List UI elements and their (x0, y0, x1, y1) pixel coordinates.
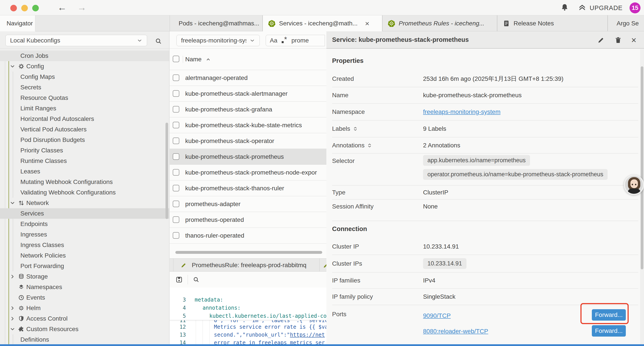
sidebar-item-services[interactable]: Services (0, 208, 169, 219)
port-link-8080-reloader[interactable]: 8080:reloader-web/TCP (423, 328, 488, 335)
sidebar-item-runtime-classes[interactable]: Runtime Classes (0, 156, 169, 166)
service-row[interactable]: thanos-ruler-operated (170, 228, 326, 244)
forward-button[interactable]: → (77, 2, 86, 13)
sidebar-scrollbar[interactable] (166, 123, 168, 219)
sidebar-item-custom-resources[interactable]: Custom Resources (0, 324, 169, 335)
sidebar-item-ingresses[interactable]: Ingresses (0, 229, 169, 240)
sidebar-item-vertical-pod-autoscalers[interactable]: Vertical Pod Autoscalers (0, 124, 169, 135)
search-icon[interactable] (193, 276, 200, 283)
port-link-9090[interactable]: 9090/TCP (423, 312, 451, 319)
tab-services[interactable]: Services - icecheng@math... × (262, 15, 382, 31)
edit-pencil-icon[interactable] (597, 36, 605, 44)
row-checkbox[interactable] (173, 216, 179, 223)
service-row[interactable]: kube-prometheus-stack-grafana (170, 102, 326, 117)
tab-prometheus-rules[interactable]: Prometheus Rules - icecheng... (382, 15, 497, 31)
navigator-panel-tab[interactable]: Navigator (0, 15, 35, 31)
upgrade-button[interactable]: UPGRADE (578, 3, 622, 12)
sidebar-item-validating-webhook-configurations[interactable]: Validating Webhook Configurations (0, 187, 169, 198)
row-checkbox[interactable] (173, 232, 179, 239)
detail-title: Service: kube-prometheus-stack-prometheu… (332, 36, 469, 43)
tab-pods[interactable]: Pods - icecheng@mathmas... (170, 15, 262, 31)
match-case-toggle[interactable]: Aa (270, 37, 277, 44)
sidebar-item-limit-ranges[interactable]: Limit Ranges (0, 103, 169, 114)
sidebar-item-pod-disruption-budgets[interactable]: Pod Disruption Budgets (0, 135, 169, 145)
expand-collapse-icon[interactable] (353, 126, 358, 132)
chevron-down-icon (137, 38, 142, 43)
regex-icon (282, 41, 284, 43)
service-row[interactable]: kube-prometheus-stack-prometheus (170, 149, 326, 165)
row-checkbox[interactable] (173, 106, 179, 113)
sidebar-item-leases[interactable]: Leases (0, 166, 169, 177)
row-checkbox[interactable] (173, 153, 179, 160)
service-row[interactable]: alertmanager-operated (170, 70, 326, 86)
sidebar-item-network[interactable]: Network (0, 198, 169, 208)
service-row[interactable]: kube-prometheus-stack-kube-state-metrics (170, 117, 326, 133)
notification-count-badge[interactable]: 15 (630, 2, 640, 13)
horizontal-scrollbar[interactable] (175, 251, 322, 254)
editor-tab-prometheusrule[interactable]: PrometheusRule: freeleaps-prod-rabbitmq (173, 259, 320, 272)
select-all-checkbox[interactable] (173, 56, 179, 62)
row-checkbox[interactable] (173, 201, 179, 207)
sidebar-item-network-policies[interactable]: Network Policies (0, 250, 169, 261)
sidebar-item-namespaces[interactable]: Namespaces (0, 282, 169, 292)
service-name: kube-prometheus-stack-kube-state-metrics (185, 122, 302, 129)
expand-collapse-icon[interactable] (367, 143, 372, 148)
row-checkbox[interactable] (173, 122, 179, 128)
sidebar-item-access-control[interactable]: Access Control (0, 313, 169, 324)
search-input[interactable]: Aa * prome (266, 35, 325, 46)
service-name: prometheus-operated (185, 216, 244, 223)
sidebar-item-priority-classes[interactable]: Priority Classes (0, 145, 169, 156)
sidebar-item-resource-quotas[interactable]: Resource Quotas (0, 93, 169, 103)
service-row[interactable]: prometheus-operated (170, 212, 326, 228)
service-row[interactable]: prometheus-adapter (170, 196, 326, 212)
row-checkbox[interactable] (173, 137, 179, 144)
runbook-url-link[interactable]: https://net (290, 332, 325, 338)
forward-port-button-8080[interactable]: Forward... (592, 325, 626, 337)
namespace-link[interactable]: freeleaps-monitoring-system (423, 108, 500, 115)
tab-release-notes[interactable]: Release Notes (497, 15, 608, 31)
row-checkbox[interactable] (173, 169, 179, 176)
tab-argo[interactable]: Argo Se (608, 15, 644, 31)
save-icon[interactable] (175, 276, 183, 283)
editor-tab-partial[interactable] (323, 262, 326, 269)
name-column-header[interactable]: Name (185, 56, 202, 63)
regex-toggle[interactable]: * (282, 36, 287, 45)
close-tab-icon[interactable]: × (365, 20, 369, 27)
service-row[interactable]: kube-prometheus-stack-thanos-ruler (170, 180, 326, 196)
service-row[interactable]: kube-prometheus-stack-prometheus-node-ex… (170, 165, 326, 180)
sidebar-item-definitions[interactable]: Definitions (0, 335, 169, 344)
sidebar-item-helm[interactable]: Helm (0, 303, 169, 313)
yaml-editor[interactable]: 3metadata: 4annotations: 5kubectl.kubern… (170, 288, 326, 344)
sort-ascending-icon[interactable] (206, 57, 211, 62)
row-checkbox[interactable] (173, 74, 179, 81)
notifications-bell-icon[interactable] (560, 3, 569, 12)
user-avatar[interactable] (624, 175, 644, 195)
sidebar-toolbar: Local Kubeconfigs (0, 31, 169, 49)
delete-trash-icon[interactable] (614, 36, 622, 44)
row-checkbox[interactable] (173, 90, 179, 97)
sidebar-item-config-maps[interactable]: Config Maps (0, 72, 169, 82)
sidebar-item-horizontal-pod-autoscalers[interactable]: Horizontal Pod Autoscalers (0, 114, 169, 124)
service-row[interactable]: kube-prometheus-stack-operator (170, 133, 326, 149)
list-header: Name (170, 49, 326, 70)
sidebar-item-secrets[interactable]: Secrets (0, 82, 169, 93)
sidebar-search-icon[interactable] (155, 37, 162, 45)
sidebar-item-ingress-classes[interactable]: Ingress Classes (0, 240, 169, 250)
namespace-select[interactable]: freeleaps-monitoring-system (176, 35, 260, 46)
maximize-window-button[interactable] (32, 5, 39, 11)
close-panel-icon[interactable]: × (631, 36, 636, 44)
row-checkbox[interactable] (173, 185, 179, 191)
service-row[interactable]: kube-prometheus-stack-alertmanager (170, 86, 326, 102)
detail-scrollbar[interactable] (641, 66, 643, 269)
minimize-window-button[interactable] (21, 5, 28, 11)
back-button[interactable]: ← (58, 2, 67, 13)
close-window-button[interactable] (10, 5, 17, 11)
sidebar-item-config[interactable]: Config (0, 61, 169, 72)
sidebar-item-endpoints[interactable]: Endpoints (0, 219, 169, 229)
sidebar-item-port-forwarding[interactable]: Port Forwarding (0, 261, 169, 271)
sidebar-item-cron-jobs[interactable]: Cron Jobs (0, 50, 169, 61)
sidebar-item-mutating-webhook-configurations[interactable]: Mutating Webhook Configurations (0, 177, 169, 187)
sidebar-item-storage[interactable]: Storage (0, 271, 169, 282)
sidebar-item-events[interactable]: Events (0, 292, 169, 303)
kubeconfig-select[interactable]: Local Kubeconfigs (6, 35, 147, 46)
